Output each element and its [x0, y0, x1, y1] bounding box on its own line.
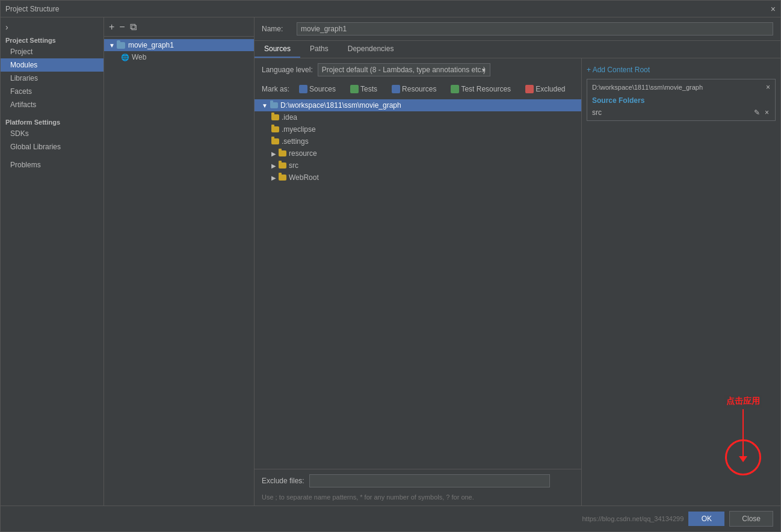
sidebar-item-facets[interactable]: Facets	[1, 85, 103, 98]
mark-test-resources-button[interactable]: Test Resources	[446, 84, 516, 94]
mark-sources-button[interactable]: Sources	[294, 84, 341, 94]
lang-select[interactable]: Project default (8 - Lambdas, type annot…	[318, 63, 490, 76]
sidebar-item-problems[interactable]: Problems	[1, 158, 103, 172]
project-structure-dialog: Project Structure × › Project Settings P…	[0, 0, 781, 532]
sidebar-item-libraries[interactable]: Libraries	[1, 72, 103, 85]
sidebar: › Project Settings Project Modules Libra…	[1, 17, 104, 506]
content-root-close-button[interactable]: ×	[766, 83, 770, 91]
tab-dependencies[interactable]: Dependencies	[338, 41, 404, 58]
excluded-color-icon	[525, 85, 534, 93]
folder-icon-resource	[279, 150, 286, 156]
file-tree-idea[interactable]: .idea	[255, 111, 581, 123]
content-panel: Name: Sources Paths Dependencies Languag…	[255, 17, 780, 506]
add-module-button[interactable]: +	[108, 22, 116, 32]
mark-row: Mark as: Sources Tests Resources	[255, 81, 581, 97]
divider2	[1, 153, 103, 158]
file-tree-src[interactable]: ▶ src	[255, 159, 581, 172]
module-panel: + − ⧉ ▼ movie_graph1 🌐 Web	[104, 17, 255, 506]
remove-module-button[interactable]: −	[118, 22, 126, 32]
test-resources-color-icon	[451, 85, 459, 93]
right-panel: + Add Content Root D:\workspace\1811\ssm…	[582, 58, 780, 506]
exclude-row: Exclude files:	[255, 469, 581, 492]
mark-tests-button[interactable]: Tests	[345, 84, 382, 94]
name-row: Name:	[255, 17, 780, 41]
bottom-bar: https://blog.csdn.net/qq_34134299 OK Clo…	[1, 506, 780, 531]
sources-color-icon	[299, 85, 307, 93]
add-content-root-button[interactable]: + Add Content Root	[587, 63, 776, 76]
lang-row: Language level: Project default (8 - Lam…	[255, 58, 581, 81]
back-arrow-icon: ›	[5, 22, 8, 32]
delete-source-folder-button[interactable]: ×	[764, 108, 770, 117]
file-tree-settings[interactable]: .settings	[255, 135, 581, 147]
folder-icon-settings	[271, 138, 279, 144]
content-main: Language level: Project default (8 - Lam…	[255, 58, 780, 506]
edit-source-folder-button[interactable]: ✎	[753, 108, 761, 117]
module-item-movie-graph1[interactable]: ▼ movie_graph1	[104, 39, 254, 51]
annotation-text: 点击应用	[724, 395, 762, 408]
file-tree-myeclipse[interactable]: .myeclipse	[255, 123, 581, 135]
module-item-web[interactable]: 🌐 Web	[104, 51, 254, 63]
webroot-expand-icon: ▶	[271, 175, 276, 181]
module-toolbar: + − ⧉	[104, 17, 254, 37]
sidebar-item-sdks[interactable]: SDKs	[1, 127, 103, 140]
module-folder-icon	[116, 42, 126, 49]
main-area: › Project Settings Project Modules Libra…	[1, 17, 780, 506]
source-folder-item: src ✎ ×	[590, 107, 773, 118]
folder-icon-idea	[271, 114, 279, 120]
src-expand-icon: ▶	[271, 162, 276, 169]
content-root-header: D:\workspace\1811\ssm\movie_graph ×	[590, 82, 773, 93]
platform-settings-header: Platform Settings	[1, 116, 103, 127]
url-label: https://blog.csdn.net/qq_34134299	[582, 515, 684, 522]
dialog-title: Project Structure	[5, 5, 59, 13]
mark-resources-button[interactable]: Resources	[387, 84, 441, 94]
folder-icon-myeclipse	[271, 126, 279, 132]
name-label: Name:	[262, 25, 292, 33]
sidebar-item-project[interactable]: Project	[1, 45, 103, 58]
name-input[interactable]	[297, 22, 773, 36]
exclude-label: Exclude files:	[262, 477, 304, 485]
cancel-button[interactable]: Close	[729, 511, 773, 527]
ok-button[interactable]: OK	[688, 512, 724, 526]
file-tree-webroot[interactable]: ▶ WebRoot	[255, 172, 581, 184]
web-icon: 🌐	[121, 54, 129, 61]
sidebar-item-artifacts[interactable]: Artifacts	[1, 98, 103, 111]
title-bar: Project Structure ×	[1, 1, 780, 17]
annotation: 点击应用	[724, 395, 762, 457]
exclude-input[interactable]	[309, 474, 550, 487]
annotation-arrow	[742, 409, 744, 457]
divider	[1, 111, 103, 116]
left-content: Language level: Project default (8 - Lam…	[255, 58, 582, 506]
tests-color-icon	[350, 85, 359, 93]
exclude-hint: Use ; to separate name patterns, * for a…	[255, 492, 581, 506]
nav-back[interactable]: ›	[1, 20, 103, 34]
file-tree-resource[interactable]: ▶ resource	[255, 147, 581, 159]
file-tree-area: ▼ D:\workspace\1811\ssm\movie_graph .ide…	[255, 97, 581, 469]
sidebar-item-modules[interactable]: Modules	[1, 58, 103, 72]
resources-color-icon	[392, 85, 400, 93]
root-folder-icon	[270, 102, 278, 108]
annotation-circle	[725, 439, 761, 475]
expand-arrow-icon: ▼	[109, 42, 115, 49]
source-folders-label: Source Folders	[590, 93, 773, 107]
lang-select-wrapper: Project default (8 - Lambdas, type annot…	[318, 63, 490, 76]
resource-expand-icon: ▶	[271, 150, 276, 157]
tab-sources[interactable]: Sources	[255, 41, 300, 58]
lang-label: Language level:	[262, 66, 313, 74]
close-icon[interactable]: ×	[771, 4, 776, 14]
copy-module-button[interactable]: ⧉	[129, 22, 138, 32]
folder-icon-webroot	[279, 175, 286, 181]
tabs-row: Sources Paths Dependencies	[255, 41, 780, 58]
mark-excluded-button[interactable]: Excluded	[520, 84, 570, 94]
project-settings-header: Project Settings	[1, 34, 103, 45]
source-folder-actions: ✎ ×	[753, 108, 770, 117]
sidebar-item-global-libraries[interactable]: Global Libraries	[1, 140, 103, 153]
tab-paths[interactable]: Paths	[300, 41, 338, 58]
mark-label: Mark as:	[262, 85, 289, 93]
root-expand-icon: ▼	[262, 102, 268, 109]
module-tree: ▼ movie_graph1 🌐 Web	[104, 37, 254, 506]
content-root-box: D:\workspace\1811\ssm\movie_graph × Sour…	[587, 79, 776, 121]
file-tree-root[interactable]: ▼ D:\workspace\1811\ssm\movie_graph	[255, 99, 581, 111]
folder-icon-src	[279, 162, 286, 169]
